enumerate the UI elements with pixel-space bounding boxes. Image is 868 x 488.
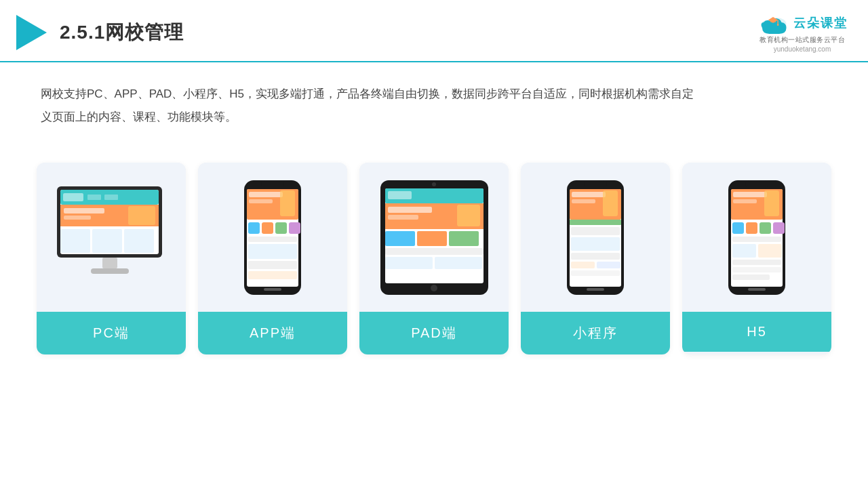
svg-rect-15 [128,206,155,225]
svg-rect-32 [248,237,297,242]
svg-rect-61 [571,227,620,235]
app-card: APP端 [198,163,347,354]
svg-rect-78 [773,222,785,234]
svg-rect-45 [457,205,480,226]
svg-rect-44 [388,215,418,220]
svg-rect-47 [417,231,447,246]
svg-rect-79 [732,237,781,242]
miniprogram-phone-icon [565,178,626,297]
play-triangle-shape [16,15,47,50]
cloud-logo-icon [757,12,789,34]
page-header: 2.5.1网校管理 云朵课堂 教育机构一站式服务云平台 yunduoketang… [0,0,868,62]
svg-rect-34 [248,261,297,269]
svg-rect-36 [264,288,281,291]
miniprogram-label: 小程序 [521,312,670,354]
svg-rect-11 [104,195,118,200]
app-phone-icon [242,178,303,297]
svg-rect-46 [385,231,415,246]
svg-rect-10 [87,195,101,200]
svg-rect-67 [587,288,604,291]
svg-rect-25 [249,192,283,197]
svg-rect-84 [732,274,770,280]
h5-image-area [682,163,831,312]
svg-rect-23 [261,180,284,188]
app-label: APP端 [198,312,347,354]
svg-rect-80 [732,244,756,258]
pad-tablet-icon [378,178,490,297]
svg-rect-66 [571,270,620,276]
svg-rect-49 [385,248,484,255]
pad-card: PAD端 [359,163,509,354]
svg-point-52 [431,285,437,291]
svg-rect-72 [733,192,767,197]
svg-rect-30 [275,222,287,234]
svg-rect-63 [571,253,620,260]
svg-rect-16 [60,229,90,253]
pad-label: PAD端 [359,312,509,354]
svg-rect-55 [584,180,607,188]
page-title: 2.5.1网校管理 [60,20,184,45]
svg-rect-77 [760,222,771,234]
svg-rect-70 [745,180,768,188]
svg-rect-83 [732,267,781,272]
svg-rect-41 [388,191,412,199]
app-image-area [198,163,347,312]
svg-rect-33 [248,244,297,259]
h5-card: H5 [682,163,831,354]
svg-rect-43 [388,207,432,213]
logo-text: 云朵课堂 [793,15,848,31]
svg-rect-59 [603,190,618,216]
h5-phone-icon [726,178,787,297]
logo-cloud: 云朵课堂 [757,12,848,34]
svg-rect-74 [764,190,779,216]
svg-rect-62 [571,237,620,251]
svg-rect-28 [248,222,260,234]
logo-area: 云朵课堂 教育机构一站式服务云平台 yunduoketang.com [757,12,848,53]
description-text: 网校支持PC、APP、PAD、小程序、H5，实现多端打通，产品各终端自由切换，数… [0,62,746,142]
svg-rect-31 [289,222,300,234]
miniprogram-image-area [521,163,670,312]
svg-rect-35 [248,271,297,279]
svg-rect-13 [64,208,104,214]
description-paragraph: 网校支持PC、APP、PAD、小程序、H5，实现多端打通，产品各终端自由切换，数… [41,83,705,129]
h5-label: H5 [682,312,831,352]
svg-rect-73 [733,199,757,203]
svg-rect-9 [63,193,83,201]
svg-rect-26 [249,199,273,203]
pc-card: PC端 [37,163,186,354]
svg-rect-75 [732,222,744,234]
svg-rect-20 [91,268,129,274]
device-cards-container: PC端 [0,149,868,375]
svg-rect-57 [572,192,606,197]
svg-point-39 [432,182,436,186]
svg-rect-85 [748,288,766,291]
svg-rect-76 [746,222,757,234]
svg-rect-82 [732,260,781,265]
play-icon [14,15,49,50]
pc-monitor-icon [54,183,169,291]
svg-rect-60 [570,220,621,225]
svg-rect-14 [64,216,91,220]
svg-rect-51 [435,257,482,269]
svg-rect-50 [385,257,433,269]
svg-rect-17 [92,229,122,253]
svg-rect-65 [597,262,620,268]
svg-rect-19 [102,258,117,268]
svg-rect-58 [572,199,595,203]
pc-label: PC端 [37,312,186,354]
header-left: 2.5.1网校管理 [14,15,184,50]
svg-rect-64 [571,262,595,268]
logo-url: yunduoketang.com [774,45,831,53]
svg-rect-29 [262,222,273,234]
svg-rect-48 [449,231,479,246]
logo-tagline: 教育机构一站式服务云平台 [760,35,845,45]
pc-image-area [37,163,186,312]
svg-rect-81 [758,244,782,258]
miniprogram-card: 小程序 [521,163,670,354]
svg-rect-27 [280,190,295,216]
svg-rect-18 [124,229,154,253]
svg-rect-3 [770,20,775,23]
svg-point-5 [777,24,779,26]
pad-image-area [359,163,509,312]
